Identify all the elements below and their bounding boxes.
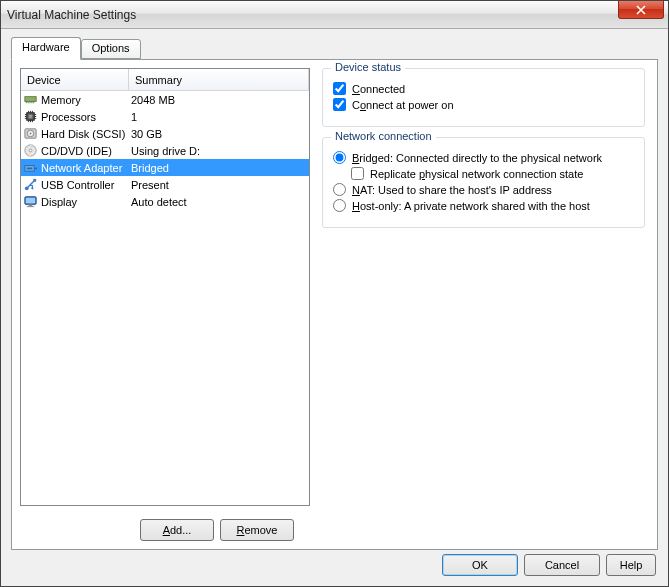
svg-rect-21 <box>27 206 35 207</box>
replicate-checkbox[interactable] <box>351 167 364 180</box>
device-list-header: Device Summary <box>21 69 309 91</box>
table-row[interactable]: DisplayAuto detect <box>21 193 309 210</box>
disk-icon <box>23 126 38 141</box>
table-row[interactable]: Hard Disk (SCSI)30 GB <box>21 125 309 142</box>
table-row[interactable]: Network AdapterBridged <box>21 159 309 176</box>
cancel-button[interactable]: Cancel <box>524 554 600 576</box>
nat-label[interactable]: NAT: Used to share the host's IP address <box>352 184 552 196</box>
hostonly-label[interactable]: Host-only: A private network shared with… <box>352 200 590 212</box>
col-summary[interactable]: Summary <box>129 69 309 90</box>
device-cell: Processors <box>21 109 129 124</box>
device-name: Display <box>41 196 77 208</box>
device-cell: USB Controller <box>21 177 129 192</box>
svg-rect-14 <box>27 168 33 170</box>
net-icon <box>23 160 38 175</box>
window-title: Virtual Machine Settings <box>7 8 136 22</box>
cpu-icon <box>23 109 38 124</box>
table-row[interactable]: Memory2048 MB <box>21 91 309 108</box>
summary-cell: Bridged <box>129 162 309 174</box>
device-cell: Memory <box>21 92 129 107</box>
connected-checkbox[interactable] <box>333 82 346 95</box>
summary-cell: 1 <box>129 111 309 123</box>
summary-cell: Using drive D: <box>129 145 309 157</box>
device-list[interactable]: Device Summary Memory2048 MBProcessors1H… <box>20 68 310 506</box>
device-cell: CD/DVD (IDE) <box>21 143 129 158</box>
bridged-label[interactable]: Bridged: Connected directly to the physi… <box>352 152 602 164</box>
svg-rect-19 <box>26 198 35 204</box>
connect-at-poweron-label[interactable]: Connect at power on <box>352 99 454 111</box>
nat-radio[interactable] <box>333 183 346 196</box>
svg-rect-5 <box>33 101 34 103</box>
col-device[interactable]: Device <box>21 69 129 90</box>
close-icon <box>636 5 646 15</box>
svg-rect-2 <box>28 101 29 103</box>
connected-label[interactable]: Connected <box>352 83 405 95</box>
dialog-footer: OK Cancel Help <box>442 554 656 576</box>
tabs: Hardware Options Device Summary Memory20… <box>11 37 658 550</box>
device-name: Hard Disk (SCSI) <box>41 128 125 140</box>
svg-rect-1 <box>26 101 27 103</box>
device-detail-panel: Device status Connected Connect at power… <box>318 68 649 506</box>
tab-options[interactable]: Options <box>81 39 141 59</box>
summary-cell: 2048 MB <box>129 94 309 106</box>
device-name: Network Adapter <box>41 162 122 174</box>
svg-rect-3 <box>30 101 31 103</box>
device-status-legend: Device status <box>331 61 405 73</box>
content-area: Hardware Options Device Summary Memory20… <box>1 29 668 586</box>
device-cell: Hard Disk (SCSI) <box>21 126 129 141</box>
tab-hardware[interactable]: Hardware <box>11 37 81 60</box>
device-cell: Display <box>21 194 129 209</box>
summary-cell: 30 GB <box>129 128 309 140</box>
device-buttons: Add... Remove <box>140 519 294 541</box>
add-button[interactable]: Add... <box>140 519 214 541</box>
table-row[interactable]: Processors1 <box>21 108 309 125</box>
tab-body: Device Summary Memory2048 MBProcessors1H… <box>11 59 658 550</box>
device-name: Memory <box>41 94 81 106</box>
summary-cell: Present <box>129 179 309 191</box>
device-name: CD/DVD (IDE) <box>41 145 112 157</box>
svg-point-10 <box>30 133 32 135</box>
hostonly-radio[interactable] <box>333 199 346 212</box>
titlebar[interactable]: Virtual Machine Settings <box>1 1 668 29</box>
svg-rect-16 <box>33 179 36 182</box>
summary-cell: Auto detect <box>129 196 309 208</box>
device-status-group: Device status Connected Connect at power… <box>322 68 645 127</box>
svg-rect-20 <box>29 204 33 206</box>
device-name: Processors <box>41 111 96 123</box>
help-button[interactable]: Help <box>606 554 656 576</box>
svg-rect-7 <box>29 115 33 119</box>
usb-icon <box>23 177 38 192</box>
remove-button[interactable]: Remove <box>220 519 294 541</box>
device-name: USB Controller <box>41 179 114 191</box>
replicate-label[interactable]: Replicate physical network connection st… <box>370 168 583 180</box>
network-connection-legend: Network connection <box>331 130 436 142</box>
svg-rect-4 <box>31 101 32 103</box>
close-button[interactable] <box>618 1 664 19</box>
table-row[interactable]: USB ControllerPresent <box>21 176 309 193</box>
network-connection-group: Network connection Bridged: Connected di… <box>322 137 645 228</box>
connect-at-poweron-checkbox[interactable] <box>333 98 346 111</box>
vm-settings-window: Virtual Machine Settings Hardware Option… <box>0 0 669 587</box>
svg-rect-0 <box>25 97 36 102</box>
memory-icon <box>23 92 38 107</box>
display-icon <box>23 194 38 209</box>
table-row[interactable]: CD/DVD (IDE)Using drive D: <box>21 142 309 159</box>
ok-button[interactable]: OK <box>442 554 518 576</box>
svg-point-12 <box>29 149 32 152</box>
svg-point-17 <box>31 187 33 189</box>
tab-headers: Hardware Options <box>11 37 658 59</box>
bridged-radio[interactable] <box>333 151 346 164</box>
cd-icon <box>23 143 38 158</box>
device-cell: Network Adapter <box>21 160 129 175</box>
